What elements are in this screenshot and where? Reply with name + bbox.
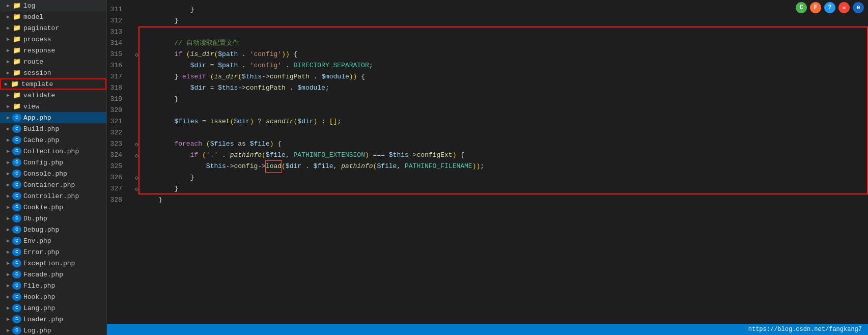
sidebar-item-label: session [23,69,51,77]
sidebar-item-label: Build.php [23,125,59,133]
php-icon: C [12,326,21,334]
sidebar-item-label: Cache.php [23,136,59,144]
php-icon: C [12,192,21,200]
ie-icon[interactable]: e [853,2,864,13]
code-line-322 [143,127,858,138]
sidebar-item-label: paginator [23,24,59,32]
arrow-icon: ▶ [4,227,12,233]
file-tree[interactable]: ▶ 📁 log ▶ 📁 model ▶ 📁 paginator ▶ 📁 proc… [0,0,107,335]
sidebar-item-error-php[interactable]: ▶ C Error.php [0,246,106,258]
php-icon: C [12,237,21,245]
php-icon: C [12,114,21,122]
folder-icon: 📁 [12,24,21,32]
code-line-326: } [143,172,858,183]
sidebar-item-model[interactable]: ▶ 📁 model [0,11,106,22]
php-icon: C [12,293,21,301]
sidebar-item-route[interactable]: ▶ 📁 route [0,56,106,67]
arrow-icon: ▶ [4,137,12,143]
arrow-icon: ▶ [4,238,12,244]
sidebar-item-label: Hook.php [23,293,55,301]
sidebar-item-log-php[interactable]: ▶ C Log.php [0,325,106,335]
firefox-icon[interactable]: F [810,2,821,13]
sidebar-item-lang-php[interactable]: ▶ C Lang.php [0,302,106,314]
sidebar-item-view[interactable]: ▶ 📁 view [0,101,106,112]
arrow-icon: ▶ [4,271,12,277]
sidebar-item-debug-php[interactable]: ▶ C Debug.php [0,224,106,235]
arrow-icon: ▶ [4,305,12,311]
sidebar-item-label: response [23,47,55,54]
sidebar-item-label: template [21,80,53,88]
sidebar-item-cookie-php[interactable]: ▶ C Cookie.php [0,202,106,213]
php-icon: C [12,248,21,256]
sidebar-item-response[interactable]: ▶ 📁 response [0,45,106,56]
sidebar-item-label: process [23,36,51,43]
code-gutter: ◇ ◇ ◇ ◇ ◇ [132,4,143,335]
sidebar-item-console-php[interactable]: ▶ C Console.php [0,168,106,179]
line-numbers: 311 312 313 314 315 316 317 318 319 320 … [107,4,132,335]
sidebar-item-cache-php[interactable]: ▶ C Cache.php [0,134,106,146]
arrow-icon: ▶ [4,3,12,9]
code-line-320 [143,105,858,116]
sidebar-item-app-php[interactable]: ▶ C App.php [0,112,106,123]
folder-icon: 📁 [12,69,21,77]
sidebar-item-label: route [23,58,43,66]
sidebar-item-controller-php[interactable]: ▶ C Controller.php [0,190,106,202]
arrow-icon: ▶ [4,59,12,65]
arrow-icon: ▶ [4,316,12,322]
php-icon: C [12,181,21,189]
sidebar-item-validate[interactable]: ▶ 📁 validate [0,90,106,101]
code-line-318: $dir = $this->configPath . $module; [143,82,858,94]
sidebar-item-paginator[interactable]: ▶ 📁 paginator [0,22,106,34]
arrow-icon: ▶ [4,103,12,109]
arrow-icon: ▶ [4,14,12,20]
close-icon[interactable]: ✕ [838,2,850,13]
arrow-icon: ▶ [4,193,12,199]
sidebar-item-label: Debug.php [23,226,59,234]
code-line-327: } [143,183,858,194]
sidebar-item-build-php[interactable]: ▶ C Build.php [0,123,106,134]
sidebar-item-log[interactable]: ▶ 📁 log [0,0,106,11]
sidebar-item-label: validate [23,92,55,99]
php-icon: C [12,136,21,144]
code-editor[interactable]: 311 312 313 314 315 316 317 318 319 320 … [107,0,868,335]
info-icon[interactable]: ? [824,2,835,13]
php-icon: C [12,214,21,222]
sidebar-item-label: model [23,13,43,21]
sidebar-item-label: Cookie.php [23,204,63,211]
arrow-icon: ▶ [4,126,12,132]
arrow-icon: ▶ [4,204,12,210]
arrow-icon: ▶ [4,115,12,121]
sidebar-item-session[interactable]: ▶ 📁 session [0,67,106,78]
sidebar-item-facade-php[interactable]: ▶ C Facade.php [0,269,106,280]
folder-icon: 📁 [12,46,21,54]
chrome-icon[interactable]: C [796,2,807,13]
code-line-314: // 自动读取配置文件 [143,38,858,49]
sidebar-item-template[interactable]: ▶ 📁 template [0,78,106,90]
arrow-icon: ▶ [4,36,12,42]
sidebar-item-exception-php[interactable]: ▶ C Exception.php [0,258,106,269]
arrow-icon: ▶ [4,70,12,76]
sidebar-item-env-php[interactable]: ▶ C Env.php [0,235,106,246]
code-line-316: $dir = $path . 'config' . DIRECTORY_SEPA… [143,60,858,71]
sidebar-item-process[interactable]: ▶ 📁 process [0,34,106,45]
sidebar-item-label: Lang.php [23,304,55,312]
sidebar-item-db-php[interactable]: ▶ C Db.php [0,213,106,224]
code-line-321: $files = isset($dir) ? scandir($dir) : [… [143,116,858,127]
php-icon: C [12,282,21,290]
code-line-317: } elseif (is_dir($this->configPath . $mo… [143,71,858,82]
arrow-icon: ▶ [4,283,12,289]
sidebar-item-label: Env.php [23,237,51,245]
folder-icon: 📁 [12,91,21,99]
sidebar-item-config-php[interactable]: ▶ C Config.php [0,157,106,168]
sidebar-item-collection-php[interactable]: ▶ C Collection.php [0,146,106,157]
sidebar-item-hook-php[interactable]: ▶ C Hook.php [0,291,106,302]
php-icon: C [12,270,21,278]
folder-icon: 📁 [10,80,19,88]
sidebar-item-label: Error.php [23,248,59,256]
php-icon: C [12,147,21,155]
sidebar-item-file-php[interactable]: ▶ C File.php [0,280,106,291]
code-line-324: if ('.' . pathinfo($file, PATHINFO_EXTEN… [143,150,858,161]
sidebar-item-container-php[interactable]: ▶ C Container.php [0,179,106,190]
sidebar-item-loader-php[interactable]: ▶ C Loader.php [0,314,106,325]
sidebar-item-label: Exception.php [23,260,75,267]
